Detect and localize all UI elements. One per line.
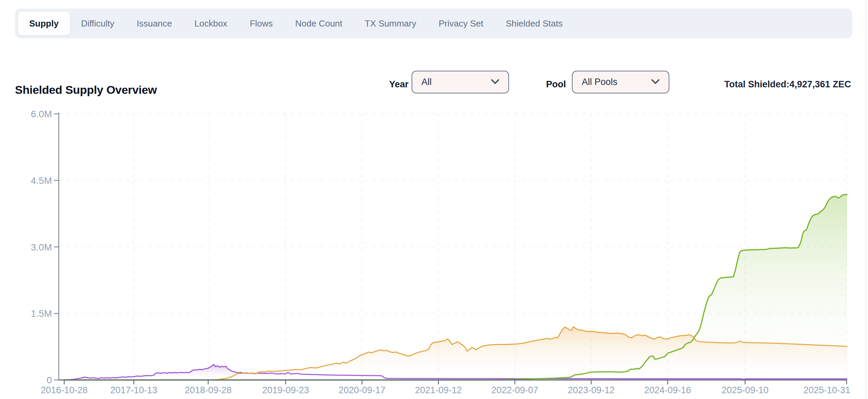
tab-privacy-set[interactable]: Privacy Set bbox=[428, 12, 495, 35]
year-label: Year bbox=[389, 79, 409, 90]
x-axis-label-2017-10-13: 2017-10-13 bbox=[110, 385, 157, 395]
y-axis-label-6.0M: 6.0M bbox=[31, 109, 52, 119]
total-shielded-value: 4,927,361 ZEC bbox=[789, 79, 851, 89]
shielded-supply-chart[interactable]: 01.5M3.0M4.5M6.0M2016-10-282017-10-13201… bbox=[0, 102, 868, 399]
x-axis-label-2020-09-17: 2020-09-17 bbox=[339, 385, 385, 395]
y-axis-label-1.5M: 1.5M bbox=[31, 308, 52, 319]
tab-difficulty[interactable]: Difficulty bbox=[70, 12, 126, 35]
tab-bar: SupplyDifficultyIssuanceLockboxFlowsNode… bbox=[15, 8, 852, 38]
x-axis-label-2023-09-12: 2023-09-12 bbox=[568, 385, 615, 395]
tab-lockbox[interactable]: Lockbox bbox=[183, 12, 239, 35]
total-shielded-label: Total Shielded: bbox=[724, 79, 790, 89]
x-axis-label-2021-09-12: 2021-09-12 bbox=[415, 385, 462, 395]
page-edge-divider bbox=[866, 0, 866, 399]
pool-label: Pool bbox=[546, 79, 566, 90]
tab-shielded-stats[interactable]: Shielded Stats bbox=[494, 12, 574, 35]
x-axis-label-2025-09-10: 2025-09-10 bbox=[722, 385, 768, 395]
page-title: Shielded Supply Overview bbox=[15, 83, 157, 97]
x-axis-label-2025-10-31: 2025-10-31 bbox=[803, 385, 850, 395]
x-axis-label-2018-09-28: 2018-09-28 bbox=[185, 385, 232, 395]
y-axis-label-3.0M: 3.0M bbox=[31, 242, 52, 253]
y-axis-label-4.5M: 4.5M bbox=[31, 175, 52, 186]
chart-canvas[interactable]: 01.5M3.0M4.5M6.0M2016-10-282017-10-13201… bbox=[0, 102, 868, 399]
tab-issuance[interactable]: Issuance bbox=[125, 12, 183, 35]
tab-supply[interactable]: Supply bbox=[18, 12, 70, 35]
year-select-value: All bbox=[421, 77, 490, 87]
x-axis-label-2022-09-07: 2022-09-07 bbox=[491, 385, 538, 395]
x-axis-label-2019-09-23: 2019-09-23 bbox=[262, 385, 309, 395]
x-axis-label-2016-10-28: 2016-10-28 bbox=[41, 385, 88, 395]
pool-select[interactable]: All Pools bbox=[572, 71, 669, 93]
tab-node-count[interactable]: Node Count bbox=[284, 12, 354, 35]
pool-select-value: All Pools bbox=[582, 77, 650, 87]
chevron-down-icon bbox=[490, 78, 500, 86]
total-shielded: Total Shielded:4,927,361 ZEC bbox=[724, 79, 851, 90]
year-select[interactable]: All bbox=[412, 71, 509, 93]
x-axis-label-2024-09-16: 2024-09-16 bbox=[644, 385, 691, 395]
tab-flows[interactable]: Flows bbox=[238, 12, 284, 35]
tab-tx-summary[interactable]: TX Summary bbox=[354, 12, 428, 35]
shielded-supply-page: SupplyDifficultyIssuanceLockboxFlowsNode… bbox=[0, 0, 868, 399]
chevron-down-icon bbox=[650, 78, 661, 86]
y-axis-label-0: 0 bbox=[47, 375, 52, 385]
